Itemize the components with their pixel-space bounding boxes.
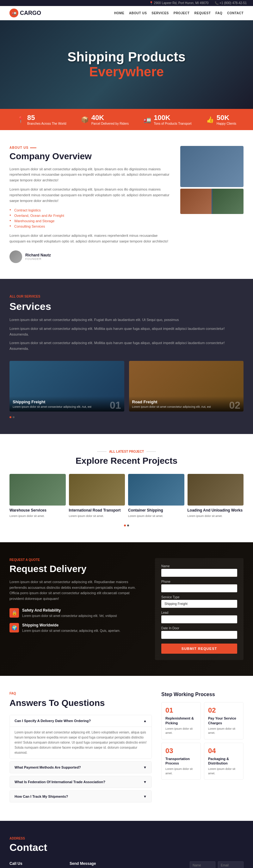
- step-4: 04 Packaging & Distribution Lorem ipsum …: [204, 743, 244, 780]
- logo-icon: 🚛: [9, 8, 19, 18]
- request-title: Request Delivery: [9, 563, 142, 575]
- faq-chevron-3: ▼: [143, 780, 147, 784]
- stat-branches: 📍 85 Branches Across The World: [17, 114, 66, 125]
- contact-col-message: Send Message info@companyname.com contac…: [70, 861, 123, 868]
- step-num-3: 03: [166, 747, 197, 755]
- project-img-3: [128, 474, 184, 505]
- contact-email-input[interactable]: [218, 861, 244, 868]
- service-card-num-2: 02: [229, 400, 240, 411]
- steps-title: Step Working Process: [161, 692, 244, 698]
- service-list-item: Overland, Ocean and Air Freight: [9, 214, 171, 217]
- form-field-phone: Phone: [161, 580, 237, 592]
- stat-parcels: 📦 40K Parcel Delivered by Riders: [81, 114, 129, 125]
- step-desc-2: Lorem ipsum dolor sit amet.: [208, 727, 240, 735]
- dot-active: [9, 416, 11, 418]
- project-img-4: [187, 474, 244, 505]
- founder-block: Richard Nautz FOUNDER: [9, 250, 171, 263]
- feature-safety-desc: Lorem ipsum dolor sit amet consectetur a…: [22, 614, 117, 618]
- form-input-date[interactable]: [161, 631, 237, 639]
- nav-faq[interactable]: FAQ: [215, 11, 222, 15]
- faq-question-2[interactable]: What Payment Methods Are Supported? ▼: [10, 762, 151, 773]
- nav-project[interactable]: PROJECT: [174, 11, 190, 15]
- form-select-service[interactable]: Shipping Freight: [161, 600, 237, 608]
- about-text-1: Lorem ipsum dolor sit amet consectetur a…: [9, 166, 171, 183]
- nav-request[interactable]: REQUEST: [194, 11, 211, 15]
- form-label-date: Date In Door: [161, 626, 237, 630]
- about-image-2b: [213, 189, 244, 214]
- form-input-lead[interactable]: [161, 615, 237, 623]
- nav-services[interactable]: SERVICES: [151, 11, 169, 15]
- service-card-title-2: Road Freight: [132, 400, 241, 404]
- step-title-2: Pay Your Service Charges: [208, 716, 240, 725]
- contact-name-input[interactable]: [190, 861, 215, 868]
- contact-section: Address Contact Call Us +1 (800) 478-42-…: [0, 821, 253, 868]
- founder-name: Richard Nautz: [25, 253, 51, 257]
- contact-form-row-1: [190, 861, 244, 868]
- step-num-4: 04: [208, 747, 240, 755]
- faq-chevron-2: ▼: [143, 766, 147, 769]
- project-card-3: Container Shipping Lorem ipsum dolor sit…: [128, 474, 184, 518]
- service-card-desc-1: Lorem ipsum dolor sit amet consectetur a…: [13, 405, 121, 408]
- stat-num-clients: 50K: [217, 114, 236, 122]
- project-desc-3: Lorem ipsum dolor sit amet.: [128, 514, 184, 519]
- hero-subtitle: Everywhere: [67, 64, 185, 80]
- form-label-phone: Phone: [161, 580, 237, 583]
- about-text-3: Lorem ipsum dolor sit amet consectetur a…: [9, 233, 171, 244]
- form-input-name[interactable]: [161, 569, 237, 577]
- project-desc-2: Lorem ipsum dolor sit amet.: [69, 514, 125, 519]
- faq-tag: FAQ: [9, 692, 152, 695]
- header: 🚛 CARGO HOME ABOUT US SERVICES PROJECT R…: [0, 6, 253, 20]
- founder-avatar: [9, 250, 22, 263]
- faq-question-3[interactable]: What Is Federation Of International Trad…: [10, 776, 151, 787]
- faq-item-3: What Is Federation Of International Trad…: [9, 776, 152, 788]
- services-tag: All Our Services: [9, 295, 244, 298]
- form-label-lead: Lead: [161, 611, 237, 614]
- service-card-title-1: Shipping Freight: [13, 400, 121, 404]
- about-text-2: Lorem ipsum dolor sit amet consectetur a…: [9, 187, 171, 204]
- faq-item-1: Can I Specify A Delivery Date When Order…: [9, 715, 152, 759]
- project-name-4: Loading And Unloading Works: [187, 508, 244, 513]
- services-text-2: Lorem ipsum dolor sit amet consectetur a…: [9, 326, 244, 337]
- founder-info: Richard Nautz FOUNDER: [25, 253, 51, 260]
- like-icon: 👍: [206, 116, 214, 123]
- about-tag: About Us: [9, 146, 171, 149]
- service-card-num-1: 01: [110, 400, 121, 411]
- faq-title: Answers To Questions: [9, 698, 152, 709]
- form-field-date: Date In Door: [161, 626, 237, 639]
- faq-question-text-3: What Is Federation Of International Trad…: [14, 780, 105, 784]
- service-card-freight: 01 Shipping Freight Lorem ipsum dolor si…: [9, 361, 124, 411]
- project-card-2: International Road Transport Lorem ipsum…: [69, 474, 125, 518]
- nav-home[interactable]: HOME: [114, 11, 124, 15]
- nav-contact[interactable]: CONTACT: [227, 11, 244, 15]
- project-grid: Warehouse Services Lorem ipsum dolor sit…: [9, 474, 244, 518]
- project-dot-inactive: [127, 525, 129, 526]
- stats-bar: 📍 85 Branches Across The World 📦 40K Par…: [0, 109, 253, 130]
- step-3: 03 Transportation Process Lorem ipsum do…: [161, 743, 201, 780]
- faq-answer-1: Lorem ipsum dolor sit amet consectetur a…: [10, 726, 151, 758]
- form-input-phone[interactable]: [161, 584, 237, 592]
- step-desc-3: Lorem ipsum dolor sit amet.: [166, 767, 197, 776]
- feature-safety-content: Safety And Reliability Lorem ipsum dolor…: [22, 608, 117, 618]
- about-section: About Us Company Overview Lorem ipsum do…: [0, 130, 253, 279]
- faq-question-1[interactable]: Can I Specify A Delivery Date When Order…: [10, 715, 151, 726]
- step-2: 02 Pay Your Service Charges Lorem ipsum …: [204, 702, 244, 740]
- feature-worldwide: 🌍 Shipping Worldwide Lorem ipsum dolor s…: [9, 623, 142, 633]
- faq-question-4[interactable]: How Can I Track My Shipments? ▼: [10, 791, 151, 802]
- feature-worldwide-desc: Lorem ipsum dolor sit amet consectetur, …: [22, 628, 120, 633]
- service-list-item: Warehousing and Storage: [9, 219, 171, 223]
- step-desc-4: Lorem ipsum dolor sit amet.: [208, 767, 240, 776]
- parcel-icon: 📦: [81, 116, 89, 123]
- services-text-1: Lorem ipsum dolor sit amet consectetur a…: [9, 317, 244, 323]
- about-image-2a: [180, 189, 212, 214]
- request-left: Request A Quote Request Delivery Lorem i…: [9, 558, 142, 638]
- step-title-1: Replenishment & Picking: [166, 716, 197, 725]
- founder-title: FOUNDER: [25, 257, 51, 260]
- nav-about[interactable]: ABOUT US: [129, 11, 147, 15]
- form-field-service: Service Type Shipping Freight: [161, 595, 237, 608]
- feature-worldwide-content: Shipping Worldwide Lorem ipsum dolor sit…: [22, 623, 120, 633]
- project-name-2: International Road Transport: [69, 508, 125, 513]
- projects-title: Explore Recent Projects: [9, 456, 244, 466]
- request-submit-button[interactable]: SUBMIT REQUEST: [161, 644, 237, 654]
- faq-chevron-4: ▼: [143, 795, 147, 798]
- contact-tag: Address: [9, 837, 244, 840]
